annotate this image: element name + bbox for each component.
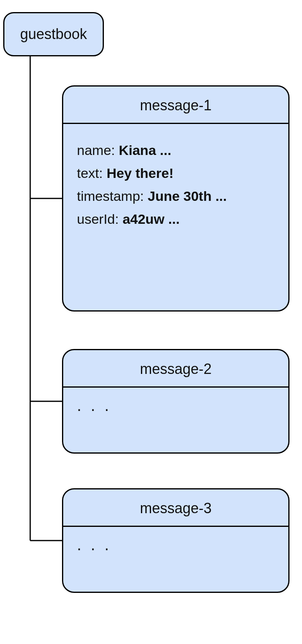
field-value: June 30th ... bbox=[148, 188, 227, 204]
field-key: timestamp: bbox=[77, 188, 148, 204]
message-3-card: message-3 . . . bbox=[62, 488, 290, 593]
message-1-card: message-1 name: Kiana ... text: Hey ther… bbox=[62, 85, 290, 312]
field-value: Kiana ... bbox=[119, 142, 171, 158]
guestbook-root-node: guestbook bbox=[3, 12, 104, 56]
field-value: a42uw ... bbox=[122, 211, 180, 227]
field-name: name: Kiana ... bbox=[77, 142, 275, 158]
field-key: text: bbox=[77, 165, 107, 181]
field-timestamp: timestamp: June 30th ... bbox=[77, 188, 275, 204]
field-text: text: Hey there! bbox=[77, 165, 275, 181]
field-key: name: bbox=[77, 142, 119, 158]
message-2-header: message-2 bbox=[63, 350, 288, 388]
message-3-header: message-3 bbox=[63, 489, 288, 527]
field-userid: userId: a42uw ... bbox=[77, 211, 275, 227]
message-3-ellipsis: . . . bbox=[63, 527, 288, 568]
field-value: Hey there! bbox=[107, 165, 174, 181]
message-1-header: message-1 bbox=[63, 87, 288, 124]
message-2-ellipsis: . . . bbox=[63, 388, 288, 428]
guestbook-root-label: guestbook bbox=[20, 26, 87, 43]
field-key: userId: bbox=[77, 211, 122, 227]
message-1-body: name: Kiana ... text: Hey there! timesta… bbox=[63, 124, 288, 248]
message-2-card: message-2 . . . bbox=[62, 349, 290, 454]
